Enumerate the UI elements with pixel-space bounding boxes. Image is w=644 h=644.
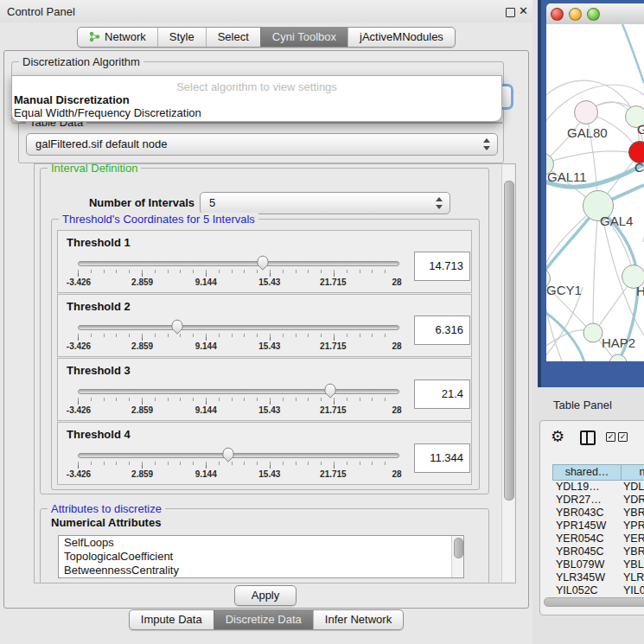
tick-label: 21.715: [315, 277, 351, 287]
list-item[interactable]: BetweennessCentrality: [59, 564, 463, 577]
slider-track[interactable]: [78, 453, 399, 458]
num-intervals-combobox[interactable]: 5: [200, 192, 450, 214]
settings-vertical-scrollbar[interactable]: [501, 165, 514, 582]
network-canvas[interactable]: GAL80 G C GAL11 GAL4 GCY1 H HAP2: [546, 24, 644, 361]
table-cell[interactable]: YBR0: [623, 507, 644, 520]
tab-label: Style: [169, 30, 194, 43]
apply-button[interactable]: Apply: [234, 585, 296, 606]
threshold-panel-2: Threshold 2 -3.426 2.859: [57, 294, 472, 357]
numerical-attributes-list[interactable]: SelfLoops TopologicalCoefficient Between…: [58, 535, 464, 578]
threshold-value-field[interactable]: 11.344: [414, 443, 470, 473]
bottom-tab-row: Impute Data Discretize Data Infer Networ…: [0, 609, 532, 630]
node-label: C: [634, 160, 644, 175]
table-cell[interactable]: YLR345W: [556, 571, 620, 584]
algorithm-group-title: Discretization Algorithm: [19, 55, 143, 68]
slider-track[interactable]: [78, 261, 399, 266]
tab-label: Discretize Data: [226, 613, 302, 626]
column-header[interactable]: shared…: [552, 464, 622, 481]
column-header[interactable]: na: [621, 464, 644, 481]
threshold-value-field[interactable]: 6.316: [414, 316, 470, 345]
table-data-combobox[interactable]: galFiltered.sif default node: [26, 133, 498, 156]
table-cell[interactable]: YIL052C: [556, 584, 620, 594]
dropdown-option-equal-width[interactable]: Equal Width/Frequency Discretization: [14, 106, 201, 119]
table-cell[interactable]: YPR145W: [556, 520, 620, 532]
threshold-slider[interactable]: [78, 317, 398, 340]
threshold-slider[interactable]: [78, 381, 398, 404]
slider-ticks: [78, 334, 398, 341]
tick-label: 2.859: [124, 277, 161, 287]
table-cell[interactable]: YDR2: [623, 494, 644, 507]
tab-jactivemnodules[interactable]: jActiveMNodules: [348, 28, 455, 47]
tick-label: 28: [379, 405, 415, 415]
slider-thumb[interactable]: [221, 446, 235, 462]
tick-label: 21.715: [315, 405, 351, 415]
table-cell[interactable]: YPR1: [623, 520, 644, 532]
tick-label: 28: [379, 341, 415, 351]
column-layout-icon[interactable]: [580, 430, 596, 445]
attributes-group-title: Attributes to discretize: [48, 502, 165, 515]
dropdown-option-manual[interactable]: Manual Discretization: [14, 93, 130, 106]
threshold-slider[interactable]: [78, 445, 398, 468]
table-cell[interactable]: YDL19…: [556, 481, 620, 494]
slider-tick-labels: -3.426 2.859 9.144 15.43 21.715 28: [61, 405, 415, 415]
table-cell[interactable]: YDL1: [623, 481, 644, 494]
tab-label: Cyni Toolbox: [272, 30, 336, 43]
checkbox-icon[interactable]: ✓: [606, 432, 615, 442]
tab-discretize-data[interactable]: Discretize Data: [214, 610, 313, 629]
tab-style[interactable]: Style: [157, 28, 206, 47]
close-icon[interactable]: ✕: [519, 4, 528, 17]
table-cell[interactable]: YDR27…: [556, 494, 620, 507]
table-cell[interactable]: YBL079W: [556, 558, 620, 571]
slider-track[interactable]: [78, 325, 399, 330]
table-cell[interactable]: YER054C: [556, 532, 620, 545]
slider-ticks: [78, 270, 398, 277]
gear-icon[interactable]: ⚙: [551, 428, 564, 445]
thresholds-group-title: Threshold's Coordinates for 5 Intervals: [59, 213, 258, 226]
slider-thumb[interactable]: [256, 254, 270, 271]
tab-network[interactable]: Network: [78, 28, 157, 47]
minimize-traffic-light-icon[interactable]: [569, 8, 582, 21]
table-cell[interactable]: YIL0: [623, 584, 644, 594]
threshold-value-field[interactable]: 14.713: [414, 252, 470, 281]
checkbox-icon[interactable]: ✓: [618, 432, 628, 442]
node-label: GAL11: [547, 169, 587, 184]
top-tab-row: Network Style Select Cyni Toolbox jActiv…: [0, 27, 532, 48]
slider-ticks: [78, 398, 398, 405]
threshold-value-field[interactable]: 21.4: [414, 379, 470, 409]
control-panel: Control Panel ✕ Network: [0, 0, 532, 644]
table-cell[interactable]: YLR3: [623, 571, 644, 584]
table-cell[interactable]: YBR045C: [556, 545, 620, 558]
list-item[interactable]: TopologicalCoefficient: [59, 550, 463, 564]
network-window-titlebar[interactable]: [546, 3, 644, 25]
slider-thumb[interactable]: [323, 382, 337, 399]
table-horizontal-scrollbar[interactable]: [544, 597, 644, 607]
network-node[interactable]: [583, 323, 603, 342]
slider-thumb[interactable]: [170, 318, 184, 335]
tick-label: 9.144: [188, 405, 224, 415]
table-cell[interactable]: YBR0: [623, 545, 644, 558]
slider-track[interactable]: [78, 389, 399, 394]
combo-stepper-icon: [482, 137, 490, 151]
thresholds-groupbox: Threshold's Coordinates for 5 Intervals …: [51, 219, 480, 490]
threshold-label: Threshold 4: [67, 428, 131, 441]
tick-label: -3.426: [61, 469, 97, 479]
tab-select[interactable]: Select: [206, 28, 260, 47]
threshold-label: Threshold 2: [67, 300, 131, 313]
table-cell[interactable]: YER0: [623, 532, 644, 545]
close-traffic-light-icon[interactable]: [551, 8, 564, 21]
list-item[interactable]: SelfLoops: [59, 536, 463, 550]
threshold-label: Threshold 1: [67, 236, 131, 249]
tab-infer-network[interactable]: Infer Network: [313, 610, 403, 629]
tab-impute-data[interactable]: Impute Data: [130, 610, 214, 629]
zoom-traffic-light-icon[interactable]: [587, 8, 600, 21]
table-cell[interactable]: YBR043C: [556, 507, 620, 520]
table-cell[interactable]: YBL0: [623, 558, 644, 571]
slider-tick-labels: -3.426 2.859 9.144 15.43 21.715 28: [61, 277, 415, 287]
network-node[interactable]: [575, 101, 598, 124]
tab-cyni-toolbox[interactable]: Cyni Toolbox: [260, 28, 348, 47]
threshold-slider[interactable]: [78, 253, 398, 276]
list-scrollbar[interactable]: [451, 536, 463, 577]
float-panel-icon[interactable]: [506, 8, 515, 17]
table-panel-title: Table Panel: [553, 399, 612, 411]
tick-label: 9.144: [188, 277, 224, 287]
